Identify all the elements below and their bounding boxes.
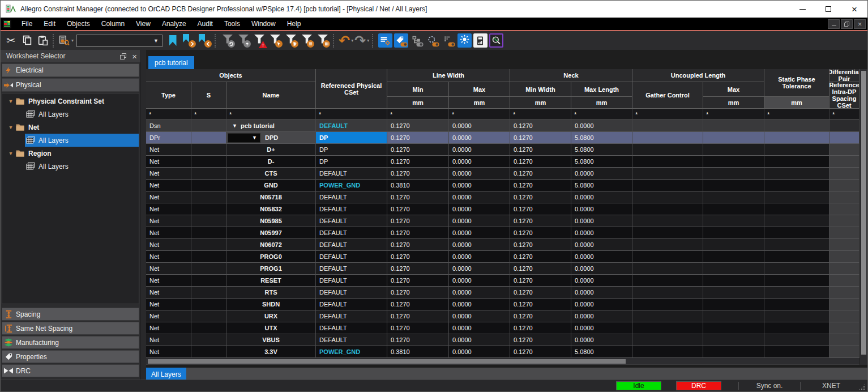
filter-static-phase[interactable]: * (764, 109, 829, 120)
cell-static-phase[interactable] (764, 263, 829, 275)
menu-column[interactable]: Column (96, 18, 130, 30)
cell-type[interactable]: Net (146, 263, 191, 275)
cell-type[interactable]: Dsn (146, 120, 191, 132)
cell-s[interactable] (191, 334, 226, 346)
maximize-button[interactable] (815, 1, 841, 18)
cell-dp-ref-cset[interactable] (829, 275, 860, 287)
paste-button[interactable] (35, 33, 50, 48)
cell-line-width-min[interactable]: 0.1270 (387, 132, 449, 144)
cell-gather-control[interactable] (632, 132, 703, 144)
show-object-names-toggle[interactable] (394, 33, 408, 48)
cell-static-phase[interactable] (764, 239, 829, 251)
cell-s[interactable] (191, 287, 226, 299)
cell-uncoupled-max[interactable] (703, 120, 764, 132)
cell-line-width-max[interactable]: 0.0000 (449, 168, 510, 180)
filter-s[interactable]: * (191, 109, 226, 120)
cell-neck-min-width[interactable]: 0.1270 (510, 132, 571, 144)
cell-neck-max-length[interactable]: 0.0000 (571, 168, 632, 180)
menu-edit[interactable]: Edit (38, 18, 61, 30)
domain-item-physical[interactable]: Physical (2, 78, 139, 92)
cell-line-width-max[interactable]: 0.0000 (449, 203, 510, 215)
cell-ref-physical-cset[interactable]: DEFAULT (316, 299, 387, 310)
cell-line-width-min[interactable]: 0.1270 (387, 203, 449, 215)
cell-static-phase[interactable] (764, 132, 829, 144)
filter-neck-min-width[interactable]: * (510, 109, 571, 120)
menu-tools[interactable]: Tools (219, 18, 246, 30)
cell-dp-ref-cset[interactable] (829, 263, 860, 275)
cell-s[interactable] (191, 156, 226, 168)
cell-uncoupled-max[interactable] (703, 310, 764, 322)
cell-ref-physical-cset[interactable]: DEFAULT (316, 322, 387, 334)
cell-dp-ref-cset[interactable] (829, 156, 860, 168)
cell-name[interactable]: UTX (226, 322, 316, 334)
panel-close-icon[interactable]: × (132, 52, 137, 61)
cell-gather-control[interactable] (632, 334, 703, 346)
cell-s[interactable] (191, 168, 226, 180)
cell-line-width-min[interactable]: 0.1270 (387, 251, 449, 263)
header-dp-ref-cset[interactable]: Reference Intra-DP Spacing CSet (829, 82, 860, 109)
cell-type[interactable]: Net (146, 299, 191, 310)
filter-ul-max[interactable]: * (703, 109, 764, 120)
cell-line-width-max[interactable]: 0.0000 (449, 263, 510, 275)
cell-type[interactable]: Net (146, 275, 191, 287)
cell-neck-min-width[interactable]: 0.1270 (510, 299, 571, 310)
cell-type[interactable]: Net (146, 215, 191, 227)
cell-name[interactable]: N05718 (226, 191, 316, 203)
cell-neck-min-width[interactable]: 0.1270 (510, 275, 571, 287)
cell-gather-control[interactable] (632, 322, 703, 334)
cell-line-width-max[interactable]: 0.0000 (449, 299, 510, 310)
cell-line-width-max[interactable]: 0.0000 (449, 287, 510, 299)
cell-dp-ref-cset[interactable] (829, 144, 860, 156)
cell-neck-min-width[interactable]: 0.1270 (510, 346, 571, 358)
cell-name[interactable]: GND (226, 180, 316, 191)
cell-neck-max-length[interactable]: 0.0000 (571, 239, 632, 251)
filter-pick-button[interactable] (268, 33, 283, 48)
cell-static-phase[interactable] (764, 203, 829, 215)
cell-ref-physical-cset[interactable]: DEFAULT (316, 251, 387, 263)
cell-name[interactable]: RESET (226, 275, 316, 287)
cell-name[interactable]: 3.3V (226, 346, 316, 358)
cell-gather-control[interactable] (632, 299, 703, 310)
cell-s[interactable] (191, 275, 226, 287)
cell-type[interactable]: DPr (146, 132, 191, 144)
header-static-phase-tolerance[interactable]: Static Phase Tolerance (764, 69, 829, 97)
tree-item-net-all-layers[interactable]: All Layers (2, 134, 139, 147)
cell-neck-max-length[interactable]: 0.0000 (571, 251, 632, 263)
cell-neck-min-width[interactable]: 0.1270 (510, 168, 571, 180)
cell-line-width-min[interactable]: 0.1270 (387, 263, 449, 275)
menu-help[interactable]: Help (281, 18, 307, 30)
column-visibility-toggle[interactable] (441, 33, 456, 48)
menu-analyze[interactable]: Analyze (156, 18, 192, 30)
filter-neck-max-length[interactable]: * (571, 109, 632, 120)
cell-gather-control[interactable] (632, 144, 703, 156)
cell-neck-max-length[interactable]: 0.0000 (571, 120, 632, 132)
cell-dp-ref-cset[interactable] (829, 346, 860, 358)
header-ref-physical-cset[interactable]: Referenced Physical CSet (316, 69, 387, 109)
cell-static-phase[interactable] (764, 180, 829, 191)
cell-uncoupled-max[interactable] (703, 180, 764, 191)
cell-gather-control[interactable] (632, 191, 703, 203)
filter-lw-max[interactable]: * (449, 109, 510, 120)
horizontal-scrollbar-thumb[interactable] (148, 359, 626, 364)
cell-type[interactable]: Net (146, 251, 191, 263)
cell-ref-physical-cset[interactable]: DEFAULT (316, 120, 387, 132)
cell-line-width-min[interactable]: 0.1270 (387, 191, 449, 203)
cell-uncoupled-max[interactable] (703, 346, 764, 358)
cell-gather-control[interactable] (632, 239, 703, 251)
cell-ref-physical-cset[interactable]: DEFAULT (316, 191, 387, 203)
cell-ref-physical-cset[interactable]: DP (316, 132, 387, 144)
cell-neck-min-width[interactable]: 0.1270 (510, 144, 571, 156)
cell-ref-physical-cset[interactable]: DP (316, 144, 387, 156)
cell-neck-min-width[interactable]: 0.1270 (510, 227, 571, 239)
cell-name[interactable]: SHDN (226, 299, 316, 310)
section-item-drc[interactable]: DRC (2, 364, 139, 377)
menu-window[interactable]: Window (246, 18, 281, 30)
cell-type[interactable]: Net (146, 322, 191, 334)
cell-neck-min-width[interactable]: 0.1270 (510, 287, 571, 299)
cell-static-phase[interactable] (764, 346, 829, 358)
cell-gather-control[interactable] (632, 251, 703, 263)
cell-s[interactable] (191, 144, 226, 156)
cell-s[interactable] (191, 227, 226, 239)
cell-uncoupled-max[interactable] (703, 191, 764, 203)
cell-uncoupled-max[interactable] (703, 263, 764, 275)
